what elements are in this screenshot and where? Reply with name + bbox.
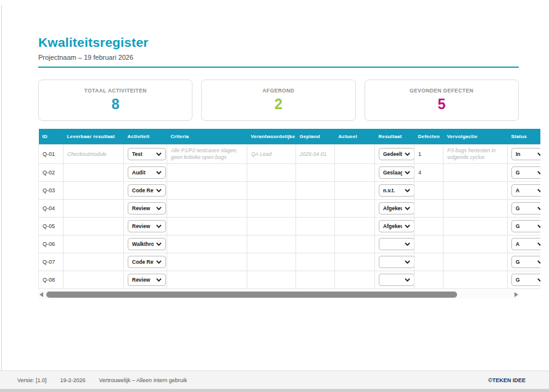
cell-actueel[interactable] xyxy=(335,200,375,218)
chevron-down-icon xyxy=(405,278,410,282)
status-select[interactable]: A xyxy=(511,238,540,250)
cell-leverbaar-resultaat[interactable] xyxy=(64,271,124,289)
cell-criteria[interactable]: Alle P1/P2-testcases slagen, geen kritie… xyxy=(167,145,247,164)
status-select[interactable]: G xyxy=(511,274,540,286)
cell-criteria[interactable] xyxy=(167,182,247,200)
status-select[interactable]: G xyxy=(511,256,540,268)
cell-actueel[interactable] xyxy=(335,145,375,164)
footer-confidential: Vertrouwelijk – Alleen intern gebruik xyxy=(99,377,188,383)
status-select[interactable]: A xyxy=(511,184,540,197)
cell-verantwoordelijke[interactable] xyxy=(247,200,296,218)
status-select[interactable]: G xyxy=(511,166,540,179)
cell-verantwoordelijke[interactable] xyxy=(247,182,296,200)
cell-defecten[interactable] xyxy=(415,253,444,271)
cell-vervolgactie[interactable] xyxy=(444,200,508,218)
cell-vervolgactie[interactable] xyxy=(444,218,508,235)
scrollbar-track[interactable] xyxy=(45,292,512,298)
scroll-right-button[interactable] xyxy=(513,292,519,298)
resultaat-select[interactable] xyxy=(379,274,415,286)
cell-gepland[interactable] xyxy=(296,182,335,200)
cell-resultaat xyxy=(375,235,415,253)
cell-leverbaar-resultaat[interactable] xyxy=(64,235,124,253)
cell-verantwoordelijke[interactable] xyxy=(247,253,296,271)
chevron-down-icon xyxy=(156,242,162,246)
status-select[interactable]: G xyxy=(511,202,540,214)
activiteit-select[interactable]: Code Review xyxy=(128,256,166,268)
cell-defecten[interactable]: 1 xyxy=(415,145,444,164)
cell-id: Q-03 xyxy=(39,182,64,200)
stat-cards: TOTAAL ACTIVITEITEN 8 AFGEROND 2 GEVONDE… xyxy=(38,80,519,121)
cell-vervolgactie[interactable]: P3-bugs hertesten in volgende cyclus xyxy=(444,145,508,164)
scrollbar-thumb[interactable] xyxy=(46,292,457,298)
cell-activiteit: Code Review xyxy=(124,253,167,271)
cell-criteria[interactable] xyxy=(167,164,247,182)
cell-defecten[interactable] xyxy=(415,200,444,218)
cell-gepland[interactable] xyxy=(296,218,335,235)
cell-gepland[interactable] xyxy=(296,164,335,182)
resultaat-select[interactable]: Afgekeurd xyxy=(379,220,415,232)
table-header-row: ID Leverbaar resultaat Activiteit Criter… xyxy=(39,129,541,145)
cell-vervolgactie[interactable] xyxy=(444,253,508,271)
activiteit-select[interactable]: Audit xyxy=(128,166,166,179)
cell-leverbaar-resultaat[interactable]: Checkoutmodule xyxy=(64,145,124,164)
cell-gepland[interactable] xyxy=(296,253,335,271)
cell-leverbaar-resultaat[interactable] xyxy=(64,253,124,271)
cell-verantwoordelijke[interactable] xyxy=(247,271,296,289)
activiteit-select[interactable]: Test xyxy=(128,148,166,160)
cell-gepland[interactable] xyxy=(296,271,335,289)
cell-verantwoordelijke[interactable] xyxy=(247,164,296,182)
activiteit-select[interactable]: Review xyxy=(128,220,166,232)
cell-activiteit: Review xyxy=(124,200,167,218)
resultaat-select[interactable]: Afgekeurd xyxy=(379,202,415,214)
cell-verantwoordelijke[interactable] xyxy=(247,235,296,253)
resultaat-select[interactable]: Gedeeltelijk xyxy=(379,148,415,160)
cell-actueel[interactable] xyxy=(335,164,375,182)
cell-vervolgactie[interactable] xyxy=(444,235,508,253)
cell-defecten[interactable] xyxy=(415,235,444,253)
stat-value: 5 xyxy=(437,96,445,113)
cell-leverbaar-resultaat[interactable] xyxy=(64,200,124,218)
resultaat-select[interactable] xyxy=(379,256,415,268)
cell-leverbaar-resultaat[interactable] xyxy=(64,218,124,235)
cell-actueel[interactable] xyxy=(335,218,375,235)
status-select[interactable]: G xyxy=(511,220,540,232)
cell-status: G xyxy=(508,253,541,271)
cell-criteria[interactable] xyxy=(167,200,247,218)
cell-verantwoordelijke[interactable] xyxy=(247,218,296,235)
cell-vervolgactie[interactable] xyxy=(444,182,508,200)
cell-actueel[interactable] xyxy=(335,235,375,253)
activiteit-select[interactable]: Code Review xyxy=(128,184,166,197)
triangle-right-icon xyxy=(514,292,518,297)
scroll-left-button[interactable] xyxy=(38,292,44,298)
cell-verantwoordelijke[interactable]: QA Lead xyxy=(247,145,296,164)
cell-criteria[interactable] xyxy=(167,235,247,253)
cell-criteria[interactable] xyxy=(167,271,247,289)
col-header-actueel: Actueel xyxy=(335,129,375,145)
cell-id: Q-01 xyxy=(39,145,64,164)
activiteit-select[interactable]: Review xyxy=(128,274,166,286)
activiteit-select[interactable]: Walkthrough xyxy=(128,238,166,250)
cell-defecten[interactable] xyxy=(415,218,444,235)
cell-leverbaar-resultaat[interactable] xyxy=(64,164,124,182)
cell-vervolgactie[interactable] xyxy=(444,271,508,289)
cell-gepland[interactable] xyxy=(296,235,335,253)
activiteit-select[interactable]: Review xyxy=(128,202,166,214)
cell-leverbaar-resultaat[interactable] xyxy=(64,182,124,200)
status-select[interactable]: In xyxy=(511,148,540,160)
cell-status: A xyxy=(508,235,541,253)
cell-vervolgactie[interactable] xyxy=(444,164,508,182)
col-header-defecten: Defecten xyxy=(415,129,444,145)
cell-actueel[interactable] xyxy=(335,182,375,200)
cell-gepland[interactable] xyxy=(296,200,335,218)
cell-actueel[interactable] xyxy=(335,253,375,271)
resultaat-select[interactable]: Geslaagd xyxy=(379,166,415,179)
resultaat-select[interactable] xyxy=(379,238,415,250)
cell-criteria[interactable] xyxy=(167,218,247,235)
cell-criteria[interactable] xyxy=(167,253,247,271)
resultaat-select[interactable]: n.v.t. xyxy=(379,184,415,197)
cell-defecten[interactable] xyxy=(415,182,444,200)
cell-defecten[interactable] xyxy=(415,271,444,289)
cell-gepland[interactable]: 2026-04-01 xyxy=(296,145,335,164)
cell-defecten[interactable]: 4 xyxy=(415,164,444,182)
cell-actueel[interactable] xyxy=(335,271,375,289)
